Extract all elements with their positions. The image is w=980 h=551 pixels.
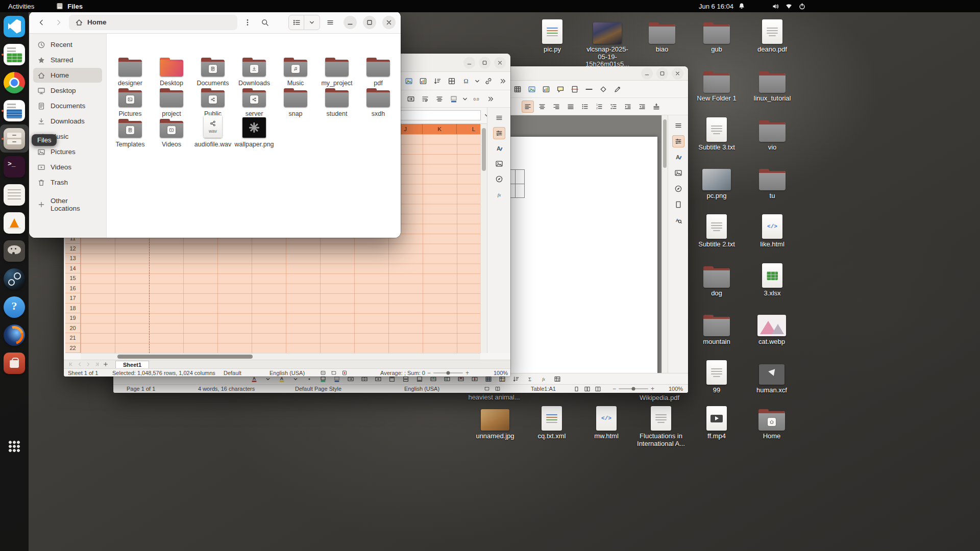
writer-paragraph-spacing-button[interactable] [650, 101, 663, 113]
desktop-icon-tu[interactable]: tu [748, 167, 797, 200]
sidebar-item-videos[interactable]: Videos [33, 160, 102, 174]
sidebar-item-pictures[interactable]: Pictures [33, 144, 102, 159]
sidebar-item-home[interactable]: Home [33, 68, 102, 83]
calc-insert-chart-button[interactable] [417, 75, 429, 87]
row-header-22[interactable]: 22 [65, 343, 80, 354]
dock-item-terminal[interactable] [0, 153, 29, 181]
writer-status-book-button[interactable] [494, 385, 501, 393]
row-header-15[interactable]: 15 [65, 273, 80, 284]
scrollbar-thumb[interactable] [117, 355, 253, 359]
dock-item-vscode[interactable] [0, 12, 29, 40]
row-header-19[interactable]: 19 [65, 313, 80, 323]
desktop-icon-gub[interactable]: gub [692, 20, 741, 54]
file-item-public[interactable]: Public [192, 87, 233, 117]
calc-caret-down-button[interactable] [462, 93, 468, 105]
page-style[interactable]: Default Page Style [295, 386, 341, 392]
search-button[interactable] [258, 15, 272, 30]
column-header-l[interactable]: L [457, 124, 480, 134]
column-header-k[interactable]: K [423, 124, 457, 134]
calc-conditional-button[interactable] [446, 75, 458, 87]
desktop-icon-vio[interactable]: vio [748, 118, 797, 152]
desktop-icon-mw-html[interactable]: </>mw.html [582, 407, 631, 440]
back-button[interactable] [34, 15, 48, 30]
writer-table-sum-button[interactable]: Σ [525, 374, 535, 384]
writer-sidebar-style-inspector-button[interactable]: A [672, 214, 684, 227]
desktop-icon-pc-png[interactable]: pc.png [692, 167, 741, 200]
calc-hyperlink-button[interactable] [482, 75, 495, 87]
writer-align-left-button[interactable] [522, 101, 534, 113]
calc-sidebar-properties-button[interactable] [493, 127, 505, 139]
location-bar[interactable]: Home [69, 15, 237, 30]
dock-item-gimp[interactable] [0, 237, 29, 265]
row-header-20[interactable]: 20 [65, 323, 80, 334]
desktop-icon-mountain[interactable]: mountain [692, 313, 741, 346]
writer-basic-shapes-button[interactable] [597, 83, 609, 95]
row-header-12[interactable]: 12 [65, 244, 80, 254]
view-menu-button[interactable] [304, 15, 320, 30]
desktop-label-wikipedia-pdf[interactable]: Wikipedia.pdf [640, 394, 679, 402]
calc-number-format-button[interactable]: 0.0 [470, 93, 482, 105]
zoom-in-button[interactable]: + [651, 385, 654, 392]
calc-toolbar-overflow-button[interactable] [497, 75, 509, 87]
dock-item-software[interactable] [0, 349, 29, 377]
file-item-designer[interactable]: designer [110, 56, 151, 87]
files-maximize-button[interactable] [363, 16, 376, 29]
file-item-downloads[interactable]: Downloads [234, 56, 275, 87]
activities-button[interactable]: Activities [0, 0, 42, 12]
zoom-thumb[interactable] [632, 387, 635, 391]
file-item-wallpaper-png[interactable]: wallpaper.png [234, 117, 275, 148]
writer-close-button[interactable] [672, 67, 683, 79]
sheet-tab-sheet1[interactable]: Sheet1 [115, 361, 149, 368]
desktop-icon-vlcsnap-2025-05-19-15h26m01s5[interactable]: vlcsnap-2025-05-19-15h26m01s5... [583, 20, 632, 68]
row-header-18[interactable]: 18 [65, 304, 80, 314]
file-item-pictures[interactable]: Pictures [110, 87, 151, 117]
clock-menu[interactable]: Jun 6 16:04 [699, 0, 746, 12]
word-count[interactable]: 4 words, 16 characters [198, 386, 255, 392]
desktop-icon-new-folder-1[interactable]: New Folder 1 [692, 69, 741, 103]
calc-sidebar-gallery-button[interactable] [493, 158, 505, 170]
calc-sidebar-functions-button[interactable]: fx [493, 188, 505, 201]
writer-table-table-properties-button[interactable] [552, 374, 562, 384]
calc-toolbar-overflow-button[interactable] [484, 93, 497, 105]
row-header-16[interactable]: 16 [65, 284, 80, 294]
dock-item-libreoffice-calc[interactable] [0, 40, 29, 68]
dock-item-text-editor[interactable] [0, 181, 29, 209]
desktop-icon-deano-pdf[interactable]: deano.pdf [748, 20, 797, 54]
file-item-audiofile-wav[interactable]: wavaudiofile.wav [192, 117, 233, 148]
writer-numbered-list-button[interactable]: 12 [593, 101, 605, 113]
sheet-nav-next-button[interactable] [84, 361, 92, 368]
sheet-nav-prev-button[interactable] [76, 361, 83, 368]
zoom-thumb[interactable] [447, 371, 450, 374]
sidebar-item-starred[interactable]: Starred [33, 53, 102, 67]
calc-horizontal-scrollbar[interactable] [81, 353, 480, 360]
text-language[interactable]: English (USA) [404, 386, 439, 392]
writer-bullet-list-button[interactable] [579, 101, 591, 113]
calc-sort-button[interactable] [431, 75, 444, 87]
aggregate-info[interactable]: Average: ; Sum: 0 [380, 370, 425, 376]
dock-item-libreoffice-writer[interactable] [0, 96, 29, 124]
view-options-button[interactable] [240, 15, 255, 30]
file-item-my-project[interactable]: my_project [316, 56, 357, 87]
sheet-language[interactable]: English (USA) [270, 370, 305, 376]
writer-vertical-scrollbar[interactable] [662, 115, 668, 373]
calc-sidebar-navigator-button[interactable] [493, 173, 505, 185]
calc-background-color-button[interactable] [448, 93, 460, 105]
writer-outline-list-button[interactable] [607, 101, 620, 113]
list-view-button[interactable] [289, 15, 304, 30]
dock-item-files[interactable] [0, 124, 29, 153]
sheet-nav-last-button[interactable] [93, 361, 101, 368]
desktop-icon-cat-webp[interactable]: cat.webp [747, 313, 796, 346]
forward-button[interactable] [52, 15, 66, 30]
zoom-out-button[interactable]: − [612, 385, 616, 392]
writer-insert-image-button[interactable] [526, 83, 538, 95]
calc-sidebar-styles-button[interactable]: A [493, 142, 505, 155]
file-item-documents[interactable]: Documents [192, 56, 233, 87]
writer-horizontal-line-button[interactable] [583, 83, 595, 95]
writer-draw-button[interactable] [611, 83, 624, 95]
writer-sidebar-properties-button[interactable] [672, 135, 684, 147]
add-sheet-button[interactable] [102, 361, 109, 368]
dock-item-chrome[interactable] [0, 68, 29, 96]
writer-minimize-button[interactable] [641, 67, 653, 79]
sidebar-item-desktop[interactable]: Desktop [33, 83, 102, 98]
calc-special-character-button[interactable]: Ω [460, 75, 472, 87]
